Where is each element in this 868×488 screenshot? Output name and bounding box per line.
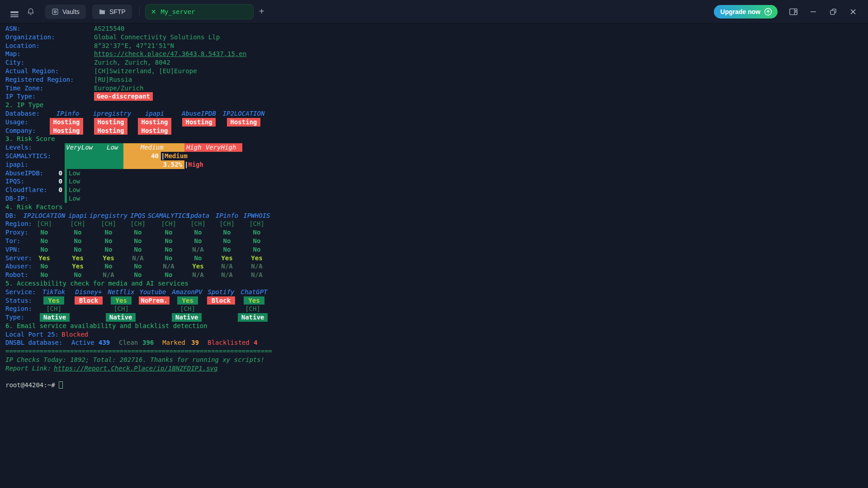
text-segment: No	[123, 271, 152, 279]
maximize-button[interactable]	[826, 4, 841, 19]
dbip-score-row: DB-IP:Low	[0, 194, 868, 203]
text-segment: Yes	[43, 296, 64, 305]
text-segment: Medium	[165, 152, 188, 160]
text-segment: Hosting	[94, 118, 127, 127]
report-link-row: Report Link: https://Report.Check.Place/…	[0, 364, 868, 373]
score-bar	[65, 194, 67, 203]
text-segment: ipapi	[130, 109, 179, 118]
text-segment: Region:	[5, 220, 32, 228]
robot-row: Robot:NoNoN/ANoNoN/AN/AN/A	[0, 271, 868, 279]
text-segment: Low	[69, 169, 80, 178]
text-segment: Abuser:	[5, 262, 32, 271]
text-segment: [CH]	[212, 220, 241, 228]
vaults-button[interactable]: Vaults	[45, 5, 86, 19]
score-bar	[65, 177, 67, 186]
hamburger-icon	[10, 11, 19, 12]
cloudflare-score-row: Cloudflare:0Low	[0, 186, 868, 194]
section-5-header: 5. Accessibility check for media and AI …	[0, 279, 868, 288]
text-segment: N/A	[184, 271, 212, 279]
text-segment: [CH]	[123, 220, 152, 228]
text-segment: [CH]	[39, 305, 68, 313]
status-row: Status:YesBlockYesNoPrem.YesBlockYes	[0, 296, 868, 305]
tor-row: Tor:NoNoNoNoNoNoNoNo	[0, 237, 868, 245]
text-segment: 40	[123, 152, 159, 160]
panel-layout-icon	[789, 8, 798, 16]
text-segment: 39	[191, 338, 199, 347]
text-segment: [CH]	[173, 305, 202, 313]
text-segment: Native	[238, 313, 268, 322]
text-segment: No	[154, 228, 183, 237]
geo-discrepant-badge: Geo-discrepant	[94, 92, 153, 101]
text-segment: Medium	[141, 143, 164, 152]
text-segment: No	[212, 237, 241, 245]
text-segment: No	[123, 237, 152, 245]
sftp-button[interactable]: SFTP	[92, 5, 132, 19]
folder-icon	[99, 8, 106, 15]
minimize-button[interactable]	[806, 4, 821, 19]
tab-close-icon[interactable]: ✕	[151, 9, 156, 15]
toggle-panel-button[interactable]	[786, 4, 801, 19]
vault-icon	[52, 8, 59, 15]
text-segment: N/A	[242, 271, 271, 279]
text-segment: Block	[207, 296, 235, 305]
text-segment: No	[212, 245, 241, 254]
text-segment: No	[63, 228, 92, 237]
text-segment: AS215540	[94, 24, 124, 33]
text-segment: N/A	[212, 262, 241, 271]
ipapi-score-row: ipapi:3.52%|High	[0, 160, 868, 169]
upgrade-button[interactable]: Upgrade now	[714, 5, 778, 19]
company-row: Company:HostingHostingHosting	[0, 127, 868, 135]
arrow-up-circle-icon	[764, 8, 772, 16]
score-bar	[65, 169, 67, 178]
text-segment: No	[184, 228, 212, 237]
text-segment: Map:	[5, 50, 21, 58]
text-segment: No	[242, 228, 271, 237]
region-service-row: Region:[CH][CH][CH][CH]	[0, 305, 868, 313]
text-segment: Yes	[184, 262, 212, 271]
notifications-button[interactable]	[23, 4, 39, 20]
report-link[interactable]: https://Report.Check.Place/ip/1BNZFDIP1.…	[54, 364, 217, 373]
tab-my-server[interactable]: ✕ My_server	[145, 4, 254, 19]
text-segment: Clean	[119, 338, 138, 347]
bell-icon	[27, 8, 35, 16]
text-segment: [CH]Switzerland, [EU]Europe	[94, 67, 197, 75]
abuseipdb-score-row: AbuseIPDB:0Low	[0, 169, 868, 178]
text-segment: 3.52%	[123, 160, 182, 169]
vpn-row: VPN:NoNoNoNoNoN/ANoNo	[0, 245, 868, 254]
usage-row: Usage:HostingHostingHostingHostingHostin…	[0, 118, 868, 127]
registered-region-row: Registered Region:[RU]Russia	[0, 75, 868, 84]
text-segment: Low	[69, 194, 80, 203]
organization-row: Organization:Global Connectivity Solutio…	[0, 33, 868, 42]
text-segment: Yes	[244, 296, 264, 305]
close-button[interactable]	[845, 4, 861, 19]
text-segment: No	[63, 237, 92, 245]
text-segment: Proxy:	[5, 228, 28, 237]
menu-button[interactable]	[6, 4, 23, 20]
text-segment: Low	[107, 143, 118, 152]
text-segment: High	[186, 143, 202, 152]
text-segment: Zurich, Zurich, 8042	[94, 58, 170, 67]
text-segment: Yes	[111, 296, 132, 305]
text-segment: 439	[99, 338, 110, 347]
text-segment: No	[123, 245, 152, 254]
text-segment: IPQS:	[5, 177, 24, 186]
text-segment: 0	[54, 177, 62, 186]
sftp-button-label: SFTP	[109, 8, 126, 15]
terminal-output[interactable]: ASN:AS215540Organization:Global Connecti…	[0, 23, 868, 488]
time-zone-row: Time Zone:Europe/Zurich	[0, 84, 868, 93]
text-segment: IP Type:	[5, 92, 36, 101]
map-link[interactable]: https://check.place/47.3643,8.5437,15,en	[94, 50, 246, 58]
text-segment: Organization:	[5, 33, 55, 42]
text-segment: No	[154, 237, 183, 245]
dnsbl-row: DNSBL database:Active439Clean396Marked39…	[0, 338, 868, 347]
text-segment: Block	[75, 296, 103, 305]
text-segment: AbuseIPDB	[174, 109, 224, 118]
text-segment: DB:	[5, 211, 17, 220]
location-row: Location:8°32'37"E, 47°21'51"N	[0, 42, 868, 50]
new-tab-button[interactable]: +	[259, 6, 264, 17]
actual-region-row: Actual Region:[CH]Switzerland, [EU]Europ…	[0, 67, 868, 75]
text-segment: Native	[172, 313, 202, 322]
toolbar-divider	[139, 7, 140, 17]
text-segment: Hosting	[227, 118, 260, 127]
text-segment: [CH]	[242, 220, 271, 228]
